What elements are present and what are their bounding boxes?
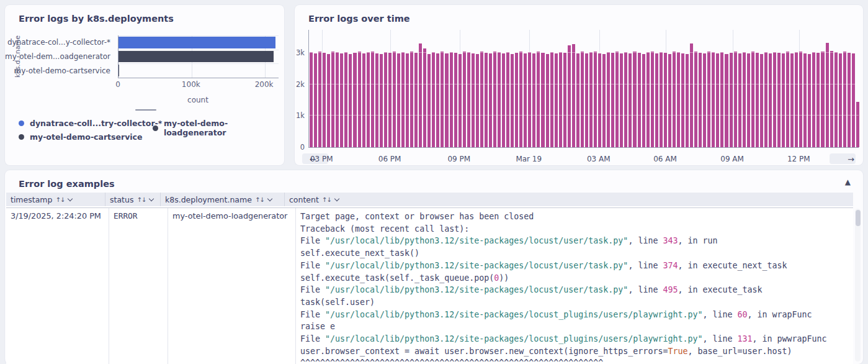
timeline-bar[interactable] [318, 52, 321, 147]
timeline-bar[interactable] [856, 102, 859, 147]
timeline-bar[interactable] [786, 52, 789, 147]
timeline-bar[interactable] [760, 54, 763, 147]
timeline-bar[interactable] [493, 52, 496, 147]
timeline-bar[interactable] [480, 52, 483, 147]
timeline-bar[interactable] [852, 53, 855, 147]
timeline-bar[interactable] [839, 53, 842, 148]
timeline-bar[interactable] [615, 52, 619, 147]
column-header-content[interactable]: content ↑↓ [285, 193, 853, 206]
sort-icon[interactable]: ↑↓ [322, 196, 331, 203]
timeline-bar[interactable] [555, 53, 558, 147]
timeline-bar[interactable] [349, 54, 352, 147]
timeline-bar[interactable] [463, 52, 466, 147]
timeline-bar[interactable] [769, 53, 772, 147]
timeline-bar[interactable] [397, 53, 400, 147]
timeline-bar[interactable] [830, 51, 833, 147]
legend-item-loadgenerator[interactable]: my-otel-demo-loadgenerator [153, 119, 284, 137]
timeline-bar[interactable] [629, 53, 632, 148]
sort-icon[interactable]: ↑↓ [55, 196, 65, 203]
timeline-bar[interactable] [620, 53, 623, 147]
timeline-bar[interactable] [550, 52, 553, 147]
timeline-bar[interactable] [764, 52, 767, 147]
timeline-bar[interactable] [843, 52, 846, 147]
timeline-bar[interactable] [581, 52, 584, 147]
timeline-bar[interactable] [751, 52, 754, 147]
bar-loadgenerator[interactable] [119, 51, 274, 63]
timeline-bar[interactable] [532, 53, 535, 148]
timeline-bar[interactable] [371, 52, 374, 147]
timeline-bar[interactable] [734, 52, 737, 147]
timeline-bar[interactable] [647, 52, 650, 147]
timeline-bar[interactable] [594, 52, 597, 147]
timeline-bar[interactable] [467, 52, 470, 147]
table-scrollbar[interactable] [855, 209, 861, 362]
timeline-bar[interactable] [546, 54, 549, 147]
sort-icon[interactable]: ↑↓ [136, 196, 146, 203]
timeline-bar[interactable] [331, 52, 334, 147]
timeline-bar[interactable] [393, 52, 396, 147]
timeline-bar[interactable] [803, 53, 807, 148]
timeline-bar[interactable] [537, 52, 540, 147]
timeline-bar[interactable] [660, 52, 663, 147]
timeline-bar[interactable] [441, 52, 444, 147]
timeline-bar[interactable] [502, 53, 505, 148]
column-header-timestamp[interactable]: timestamp ↑↓ [6, 193, 105, 206]
timeline-bar[interactable] [401, 52, 405, 147]
timeline-bar[interactable] [716, 53, 719, 148]
timeline-bar[interactable] [694, 52, 697, 147]
timeline-bar[interactable] [388, 53, 391, 147]
timeline-bar[interactable] [598, 53, 601, 148]
timeline-bar[interactable] [624, 52, 627, 147]
timeline-bar[interactable] [476, 54, 479, 147]
timeline-bar[interactable] [790, 53, 794, 147]
timeline-bar[interactable] [602, 54, 606, 147]
timeline-bar[interactable] [406, 53, 409, 148]
timeline-bar[interactable] [747, 53, 750, 148]
chart-scrollbar[interactable] [135, 109, 156, 111]
timeline-bar[interactable] [323, 53, 326, 147]
timeline-bar[interactable] [380, 54, 383, 147]
timeline-bar[interactable] [310, 52, 313, 147]
timeline-bar[interactable] [423, 48, 426, 147]
timeline-bar[interactable] [826, 43, 829, 147]
timeline-bar[interactable] [642, 54, 645, 147]
timeline-bar[interactable] [730, 53, 733, 147]
timeline-bar[interactable] [432, 52, 435, 147]
scroll-left-arrow[interactable]: ← [310, 155, 316, 164]
timeline-bar[interactable] [611, 53, 614, 147]
sort-icon[interactable]: ↑↓ [255, 196, 264, 203]
timeline-bar[interactable] [725, 54, 728, 147]
timeline-bar[interactable] [821, 52, 824, 147]
timeline-bar[interactable] [340, 53, 343, 148]
timeline-bar[interactable] [524, 53, 527, 147]
timeline-bar[interactable] [664, 53, 667, 147]
timeline-bar[interactable] [445, 53, 448, 147]
timeline-bar[interactable] [485, 53, 488, 147]
timeline-bar[interactable] [743, 52, 746, 147]
chevron-down-icon[interactable] [267, 196, 272, 201]
timeline-bar[interactable] [568, 45, 571, 147]
timeline-bar[interactable] [515, 53, 518, 147]
timeline-bar[interactable] [677, 52, 680, 147]
timeline-bar[interactable] [353, 53, 356, 147]
chevron-down-icon[interactable] [334, 196, 339, 201]
timeline-bar[interactable] [703, 53, 706, 147]
timeline-bar[interactable] [576, 53, 579, 148]
timeline-bar[interactable] [563, 53, 566, 147]
timeline-bar[interactable] [585, 53, 588, 147]
timeline-bar[interactable] [834, 52, 838, 147]
timeline-bar[interactable] [336, 52, 339, 147]
timeline-bar[interactable] [506, 52, 509, 147]
timeline-bar[interactable] [707, 52, 710, 147]
timeline-bar[interactable] [344, 52, 347, 147]
timeline-bar[interactable] [817, 53, 820, 147]
table-row[interactable]: 3/19/2025, 2:24:20 PM ERROR my-otel-demo… [6, 208, 853, 364]
timeline-bar[interactable] [812, 52, 815, 147]
timeline-bar[interactable] [681, 53, 684, 148]
timeline-bar[interactable] [651, 52, 654, 147]
scrollbar-thumb[interactable] [856, 210, 861, 226]
chevron-down-icon[interactable] [68, 196, 73, 201]
timeline-bar[interactable] [655, 53, 658, 147]
legend-item-cartservice[interactable]: my-otel-demo-cartservice [19, 132, 143, 142]
timeline-bar[interactable] [668, 54, 671, 147]
